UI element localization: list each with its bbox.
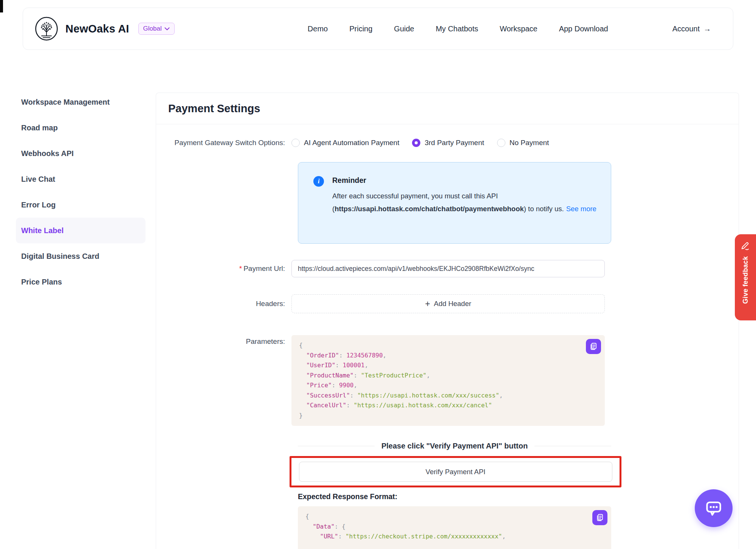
reminder-webhook-url: https://usapi.hottask.com/chat/chatbot/p… xyxy=(335,205,524,213)
sidebar-item-white-label[interactable]: White Label xyxy=(16,218,146,243)
payment-url-row: *Payment Url: https://cloud.activepieces… xyxy=(156,260,739,277)
give-feedback-label: Give feedback xyxy=(742,256,750,304)
copy-document-icon xyxy=(589,342,598,351)
sidebar-item-label: White Label xyxy=(21,226,64,235)
required-asterisk: * xyxy=(239,264,242,272)
expected-response-label: Expected Response Format: xyxy=(298,492,739,501)
code-line: "Data": { xyxy=(305,522,604,532)
radio-ai-agent-automation-payment[interactable]: AI Agent Automation Payment xyxy=(291,139,399,147)
payment-url-input[interactable]: https://cloud.activepieces.com/api/v1/we… xyxy=(291,260,605,277)
radio-label: AI Agent Automation Payment xyxy=(304,139,399,147)
see-more-link[interactable]: See more xyxy=(566,205,596,213)
sidebar-item-label: Webhooks API xyxy=(21,149,74,158)
headers-row: Headers: + Add Header xyxy=(156,294,739,313)
account-label: Account xyxy=(672,25,700,33)
region-selector[interactable]: Global xyxy=(138,23,175,35)
newoaks-tree-logo-icon xyxy=(34,17,59,41)
sidebar-item-label: Error Log xyxy=(21,201,56,209)
main-nav: Demo Pricing Guide My Chatbots Workspace… xyxy=(308,25,608,33)
gateway-options-label: Payment Gateway Switch Options: xyxy=(156,139,291,147)
verify-payment-api-button[interactable]: Verify Payment API xyxy=(299,462,612,482)
sidebar-item-price-plans[interactable]: Price Plans xyxy=(16,269,146,295)
code-line: "ProductName": "TestProductPrice", xyxy=(299,371,597,381)
sidebar-item-label: Workspace Management xyxy=(21,98,110,107)
code-line: "OrderID": 1234567890, xyxy=(299,351,597,361)
chevron-down-icon xyxy=(164,27,170,31)
red-highlight-annotation: Verify Payment API xyxy=(290,456,621,487)
payment-url-label-text: Payment Url: xyxy=(243,264,285,272)
nav-item-demo[interactable]: Demo xyxy=(308,25,328,33)
payment-settings-panel: Payment Settings Payment Gateway Switch … xyxy=(156,93,739,549)
reminder-body: After each successful payment, you must … xyxy=(332,190,597,215)
sidebar-item-label: Road map xyxy=(21,124,58,132)
chat-bubble-icon xyxy=(702,496,725,520)
reminder-alert: i Reminder After each successful payment… xyxy=(298,162,611,244)
payment-url-label: *Payment Url: xyxy=(156,264,291,273)
radio-no-payment[interactable]: No Payment xyxy=(497,139,549,147)
code-line: "URL": "https://checkout.stripe.com/xxxx… xyxy=(305,532,604,542)
nav-item-app-download[interactable]: App Download xyxy=(559,25,608,33)
copy-response-button[interactable] xyxy=(592,510,607,525)
pencil-icon xyxy=(740,240,751,251)
add-header-button[interactable]: + Add Header xyxy=(291,294,605,313)
account-link[interactable]: Account → xyxy=(672,25,711,33)
add-header-label: Add Header xyxy=(434,300,471,308)
code-line: "Price": 9900, xyxy=(299,380,597,391)
parameters-code-block: { "OrderID": 1234567890, "UserID": 10000… xyxy=(291,335,605,426)
radio-3rd-party-payment[interactable]: 3rd Party Payment xyxy=(412,139,484,147)
divider-line xyxy=(298,446,375,446)
region-label: Global xyxy=(143,25,162,32)
info-icon: i xyxy=(313,176,324,187)
code-line: "UserID": 100001, xyxy=(299,360,597,371)
parameters-row: Parameters: { "OrderID": 1234567890, "Us… xyxy=(156,335,739,426)
sidebar-item-digital-business-card[interactable]: Digital Business Card xyxy=(16,243,146,269)
sidebar-item-error-log[interactable]: Error Log xyxy=(16,192,146,218)
sidebar-item-road-map[interactable]: Road map xyxy=(16,115,146,141)
copy-document-icon xyxy=(595,513,604,522)
sidebar-item-label: Digital Business Card xyxy=(21,252,99,261)
radio-circle-icon xyxy=(412,139,420,147)
sidebar-item-workspace-management[interactable]: Workspace Management xyxy=(16,89,146,115)
radio-label: 3rd Party Payment xyxy=(424,139,484,147)
radio-label: No Payment xyxy=(510,139,549,147)
sidebar-item-webhooks-api[interactable]: Webhooks API xyxy=(16,141,146,166)
sidebar-item-live-chat[interactable]: Live Chat xyxy=(16,166,146,192)
sidebar-item-label: Price Plans xyxy=(21,278,62,286)
give-feedback-tab[interactable]: Give feedback xyxy=(735,234,756,320)
copy-parameters-button[interactable] xyxy=(586,339,601,354)
radio-circle-icon xyxy=(497,139,505,147)
reminder-text: ) to notify us. xyxy=(524,205,564,213)
radio-circle-icon xyxy=(291,139,300,147)
arrow-right-icon: → xyxy=(703,25,711,33)
reminder-title: Reminder xyxy=(332,176,596,185)
top-navigation-bar: NewOaks AI Global Demo Pricing Guide My … xyxy=(23,8,733,50)
nav-item-workspace[interactable]: Workspace xyxy=(500,25,538,33)
sidebar-item-label: Live Chat xyxy=(21,175,55,184)
chat-widget-button[interactable] xyxy=(695,489,733,527)
instruction-divider: Please click "Verify Payment API" button xyxy=(298,442,611,450)
nav-item-pricing[interactable]: Pricing xyxy=(349,25,372,33)
payment-settings-form: Payment Gateway Switch Options: AI Agent… xyxy=(156,124,739,549)
code-line: "CancelUrl": "https://usapi.hottask.com/… xyxy=(299,401,597,411)
instruction-text: Please click "Verify Payment API" button xyxy=(381,442,528,450)
headers-label: Headers: xyxy=(156,300,291,308)
nav-item-guide[interactable]: Guide xyxy=(394,25,414,33)
code-line: } xyxy=(299,411,597,421)
gateway-radio-group: AI Agent Automation Payment 3rd Party Pa… xyxy=(291,139,562,147)
expected-response-code-block: { "Data": { "URL": "https://checkout.str… xyxy=(298,506,611,549)
plus-icon: + xyxy=(425,300,430,308)
screen-edge-artifact xyxy=(0,0,3,12)
divider-line xyxy=(534,446,611,446)
page-title: Payment Settings xyxy=(156,93,739,124)
brand-name: NewOaks AI xyxy=(65,23,129,35)
settings-sidebar: Workspace Management Road map Webhooks A… xyxy=(16,89,146,295)
parameters-label: Parameters: xyxy=(156,335,291,346)
gateway-options-row: Payment Gateway Switch Options: AI Agent… xyxy=(156,139,739,147)
code-line: { xyxy=(305,512,604,522)
code-line: "SuccessUrl": "https://usapi.hottask.com… xyxy=(299,391,597,401)
payment-url-value: https://cloud.activepieces.com/api/v1/we… xyxy=(298,265,534,273)
code-line: { xyxy=(299,340,597,351)
nav-item-my-chatbots[interactable]: My Chatbots xyxy=(436,25,478,33)
